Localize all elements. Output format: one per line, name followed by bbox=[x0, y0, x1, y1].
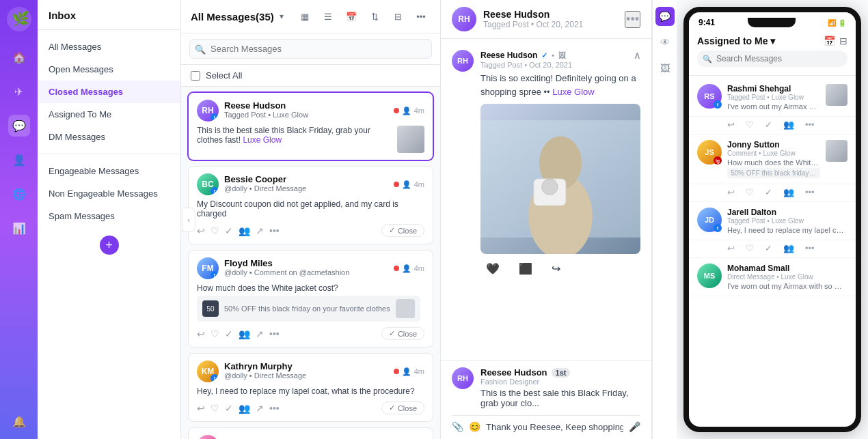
bubble-actions: 🖤 ⬛ ↪ bbox=[480, 259, 640, 278]
phone-msg-text-2: How much does the White jacket cost? bbox=[727, 158, 820, 167]
reply-user-avatar: RH bbox=[452, 367, 474, 389]
heart-reaction-button[interactable]: 🖤 bbox=[480, 259, 505, 278]
assign-icon-3: 👤 bbox=[402, 264, 411, 273]
close-button-4[interactable]: ✓ Close bbox=[381, 401, 424, 414]
image-right-icon[interactable]: 🖼 bbox=[655, 59, 675, 78]
reply-icon-2[interactable]: ↩ bbox=[197, 225, 205, 236]
emoji-icon[interactable]: 😊 bbox=[469, 421, 480, 432]
phone-reply-icon-2[interactable]: ↩ bbox=[727, 187, 735, 197]
close-button-3[interactable]: ✓ Close bbox=[381, 327, 424, 340]
user-nav-icon[interactable]: 👤 bbox=[8, 149, 30, 171]
check-icon-4[interactable]: ✓ bbox=[225, 403, 233, 414]
reply-area: RH Reesee Hudson 1st Fashion Designer Th… bbox=[441, 360, 651, 439]
like-icon-3[interactable]: ♡ bbox=[211, 328, 219, 339]
chart-nav-icon[interactable]: 📊 bbox=[8, 217, 30, 239]
fb-badge-3: f bbox=[211, 271, 219, 279]
reply-text-input[interactable] bbox=[486, 422, 623, 432]
share-icon-3[interactable]: ↗ bbox=[256, 328, 264, 339]
forward-button[interactable]: ↪ bbox=[546, 259, 566, 278]
panel-title-dropdown[interactable]: ▾ bbox=[280, 12, 284, 21]
phone-calendar-icon[interactable]: 📅 bbox=[824, 36, 835, 46]
attachment-icon[interactable]: 📎 bbox=[452, 421, 463, 432]
sidebar-item-open-messages[interactable]: Open Messages bbox=[38, 58, 180, 81]
reply-icon-4[interactable]: ↩ bbox=[197, 403, 205, 414]
share-icon-4[interactable]: ↗ bbox=[256, 403, 264, 414]
grid-view-icon[interactable]: ▦ bbox=[295, 7, 314, 26]
collapse-icon[interactable]: ∧ bbox=[634, 50, 640, 61]
phone-filter-icon[interactable]: ⊟ bbox=[839, 36, 847, 46]
chat-right-icon[interactable]: 💬 bbox=[655, 7, 675, 26]
more-icon-3[interactable]: ••• bbox=[269, 328, 280, 339]
sort-icon[interactable]: ⇅ bbox=[365, 7, 384, 26]
globe-nav-icon[interactable]: 🌐 bbox=[8, 183, 30, 205]
phone-like-icon-3[interactable]: ♡ bbox=[746, 243, 754, 253]
msg-actions-2: ↩ ♡ ✓ 👥 ↗ ••• ✓ Close bbox=[197, 224, 424, 237]
phone-reply-icon-1[interactable]: ↩ bbox=[727, 119, 735, 130]
phone-reply-icon-3[interactable]: ↩ bbox=[727, 243, 735, 253]
phone-like-icon-1[interactable]: ♡ bbox=[746, 119, 754, 130]
list-view-icon[interactable]: ☰ bbox=[318, 7, 338, 26]
sidebar-item-all-messages[interactable]: All Messages bbox=[38, 36, 180, 58]
close-button-2[interactable]: ✓ Close bbox=[381, 224, 424, 237]
share-icon-2[interactable]: ↗ bbox=[256, 225, 264, 236]
bubble-name: Reese Hudson ✓ • 🖼 ∧ bbox=[480, 50, 640, 61]
phone-group-icon-1[interactable]: 👥 bbox=[783, 119, 794, 130]
message-card-5[interactable]: JR f Jonathan Robin 4m bbox=[188, 427, 433, 439]
app-logo: 🌿 bbox=[7, 7, 31, 31]
phone-group-icon-2[interactable]: 👥 bbox=[783, 187, 794, 197]
group-icon-4[interactable]: 👥 bbox=[239, 403, 250, 414]
like-icon-4[interactable]: ♡ bbox=[211, 403, 219, 414]
sidebar-item-closed-messages[interactable]: Closed Messages bbox=[38, 81, 180, 103]
home-nav-icon[interactable]: 🏠 bbox=[8, 46, 30, 68]
panel-toolbar: ▦ ☰ 📅 ⇅ ⊟ ••• bbox=[295, 7, 431, 26]
phone-ig-badge-2: ig bbox=[714, 156, 722, 165]
phone-msg-source-1: Tagged Post • Luxe Glow bbox=[727, 94, 820, 101]
message-card-2[interactable]: BC f Bessie Cooper @dolly • Direct Messa… bbox=[188, 166, 433, 244]
reply-icon-3[interactable]: ↩ bbox=[197, 328, 205, 339]
mic-icon[interactable]: 🎤 bbox=[629, 421, 640, 432]
message-card-4[interactable]: KM f Kathryn Murphy @dolly • Direct Mess… bbox=[188, 353, 433, 422]
message-card-1[interactable]: RH f Reese Hudson Tagged Post • Luxe Glo… bbox=[188, 92, 433, 160]
share-button[interactable]: ⬛ bbox=[513, 259, 538, 278]
group-icon-2[interactable]: 👥 bbox=[239, 225, 250, 236]
group-icon-3[interactable]: 👥 bbox=[239, 328, 250, 339]
phone-check-icon-3[interactable]: ✓ bbox=[765, 243, 772, 253]
phone-panel-title: Assigned to Me ▾ bbox=[697, 36, 775, 46]
like-icon-2[interactable]: ♡ bbox=[211, 225, 219, 236]
phone-message-item-2[interactable]: JS ig Jonny Sutton Comment • Luxe Glow H… bbox=[689, 134, 856, 184]
sidebar-item-engageable[interactable]: Engageable Messages bbox=[38, 160, 180, 182]
phone-message-item-4[interactable]: MS Mohamad Small Direct Message • Luxe G… bbox=[689, 258, 856, 296]
phone-more-icon-2[interactable]: ••• bbox=[805, 187, 815, 197]
search-input[interactable] bbox=[189, 39, 432, 59]
phone-message-item-1[interactable]: RS f Rashmi Shehgal Tagged Post • Luxe G… bbox=[689, 79, 856, 117]
check-icon-3[interactable]: ✓ bbox=[225, 328, 233, 339]
phone-search-input[interactable] bbox=[697, 51, 847, 67]
main-more-button[interactable]: ••• bbox=[625, 11, 640, 28]
sidebar-item-spam[interactable]: Spam Messages bbox=[38, 205, 180, 227]
select-all-checkbox[interactable] bbox=[191, 71, 200, 81]
more-icon-2[interactable]: ••• bbox=[269, 225, 280, 236]
chat-nav-icon[interactable]: 💬 bbox=[8, 115, 30, 137]
more-icon-4[interactable]: ••• bbox=[269, 403, 280, 414]
phone-more-icon-1[interactable]: ••• bbox=[805, 119, 815, 130]
calendar-icon[interactable]: 📅 bbox=[342, 7, 361, 26]
filter-icon[interactable]: ⊟ bbox=[388, 7, 407, 26]
sidebar-item-non-engageable[interactable]: Non Engageable Messages bbox=[38, 182, 180, 205]
phone-check-icon-1[interactable]: ✓ bbox=[765, 119, 772, 130]
collapse-sidebar-button[interactable]: ‹ bbox=[182, 208, 195, 232]
phone-like-icon-2[interactable]: ♡ bbox=[746, 187, 754, 197]
eye-right-icon[interactable]: 👁 bbox=[655, 33, 675, 52]
bubble-meta: Tagged Post • Oct 20, 2021 bbox=[480, 61, 640, 69]
add-inbox-button[interactable]: + bbox=[100, 236, 119, 255]
send-nav-icon[interactable]: ✈ bbox=[8, 81, 30, 102]
phone-group-icon-3[interactable]: 👥 bbox=[783, 243, 794, 253]
phone-more-icon-3[interactable]: ••• bbox=[805, 243, 815, 253]
bell-nav-icon[interactable]: 🔔 bbox=[8, 410, 30, 432]
check-icon-2[interactable]: ✓ bbox=[225, 225, 233, 236]
phone-check-icon-2[interactable]: ✓ bbox=[765, 187, 772, 197]
sidebar-item-dm-messages[interactable]: DM Messages bbox=[38, 126, 180, 148]
more-icon[interactable]: ••• bbox=[411, 7, 431, 26]
sidebar-item-assigned-to-me[interactable]: Assigned To Me bbox=[38, 103, 180, 126]
message-card-3[interactable]: FM f Floyd Miles @dolly • Comment on @ac… bbox=[188, 250, 433, 348]
phone-message-item-3[interactable]: JD f Jarell Dalton Tagged Post • Luxe Gl… bbox=[689, 202, 856, 240]
